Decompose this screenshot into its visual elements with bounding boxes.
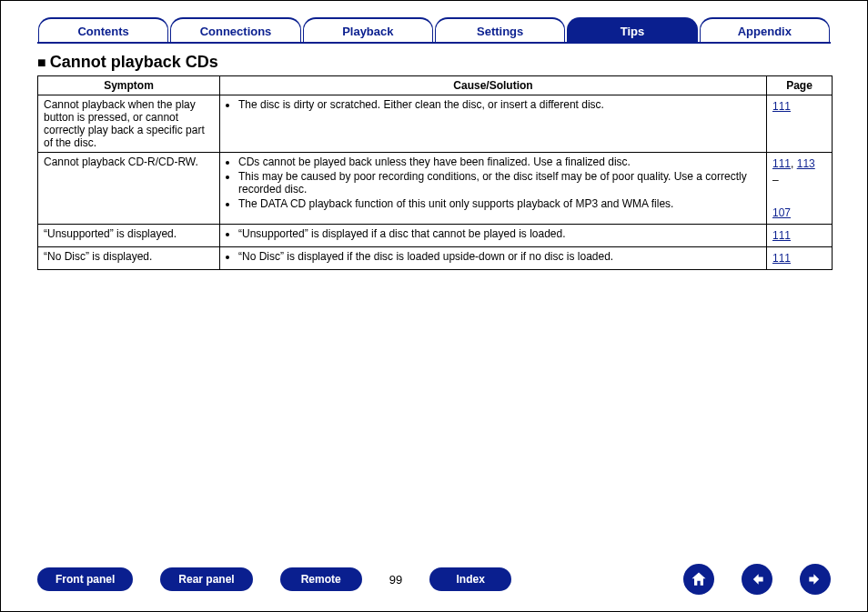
next-button[interactable]: [800, 564, 831, 595]
th-symptom: Symptom: [38, 76, 220, 95]
cause-item: This may be caused by poor recording con…: [238, 170, 761, 196]
table-row: Cannot playback CD-R/CD-RW.CDs cannot be…: [38, 153, 833, 225]
top-tabs: ContentsConnectionsPlaybackSettingsTipsA…: [37, 17, 831, 44]
remote-button[interactable]: Remote: [280, 567, 362, 591]
th-page: Page: [767, 76, 833, 95]
page-number: 99: [389, 573, 402, 587]
cause-item: CDs cannot be played back unless they ha…: [238, 156, 761, 168]
cause-cell: “No Disc” is displayed if the disc is lo…: [220, 247, 767, 270]
arrow-right-icon: [806, 570, 824, 588]
tab-playback[interactable]: Playback: [303, 17, 433, 42]
table-row: “Unsupported” is displayed.“Unsupported”…: [38, 225, 833, 247]
th-cause: Cause/Solution: [220, 76, 767, 95]
home-icon: [690, 570, 708, 588]
page-cell[interactable]: 111: [767, 247, 833, 270]
tab-connections[interactable]: Connections: [170, 17, 300, 42]
table-row: “No Disc” is displayed.“No Disc” is disp…: [38, 247, 833, 270]
square-bullet-icon: ■: [37, 55, 46, 70]
footer-bar: Front panelRear panelRemote 99 Index: [1, 564, 867, 595]
table-row: Cannot playback when the play button is …: [38, 95, 833, 153]
prev-button[interactable]: [742, 564, 772, 595]
tab-tips[interactable]: Tips: [567, 17, 697, 42]
symptom-cell: Cannot playback when the play button is …: [38, 95, 220, 153]
cause-item: “Unsupported” is displayed if a disc tha…: [238, 227, 761, 240]
cause-item: The disc is dirty or scratched. Either c…: [238, 98, 761, 111]
cause-cell: CDs cannot be played back unless they ha…: [220, 153, 767, 225]
home-button[interactable]: [683, 564, 714, 595]
symptom-cell: Cannot playback CD-R/CD-RW.: [38, 153, 220, 225]
cause-item: “No Disc” is displayed if the disc is lo…: [238, 250, 761, 263]
rear-panel-button[interactable]: Rear panel: [160, 567, 252, 591]
arrow-left-icon: [748, 570, 766, 588]
index-button[interactable]: Index: [429, 567, 511, 591]
tab-contents[interactable]: Contents: [38, 17, 168, 42]
front-panel-button[interactable]: Front panel: [37, 567, 133, 591]
section-title: ■Cannot playback CDs: [37, 53, 831, 72]
cause-cell: “Unsupported” is displayed if a disc tha…: [220, 225, 767, 247]
tab-appendix[interactable]: Appendix: [700, 17, 830, 42]
page-cell[interactable]: 111: [767, 95, 833, 153]
tab-settings[interactable]: Settings: [435, 17, 565, 42]
page-cell[interactable]: 111, 113–107: [767, 153, 833, 225]
symptom-cell: “Unsupported” is displayed.: [38, 225, 220, 247]
cause-item: The DATA CD playback function of this un…: [238, 197, 761, 210]
troubleshooting-table: Symptom Cause/Solution Page Cannot playb…: [37, 75, 833, 270]
page-cell[interactable]: 111: [767, 225, 833, 247]
symptom-cell: “No Disc” is displayed.: [38, 247, 220, 270]
section-title-text: Cannot playback CDs: [50, 53, 218, 71]
cause-cell: The disc is dirty or scratched. Either c…: [220, 95, 767, 153]
